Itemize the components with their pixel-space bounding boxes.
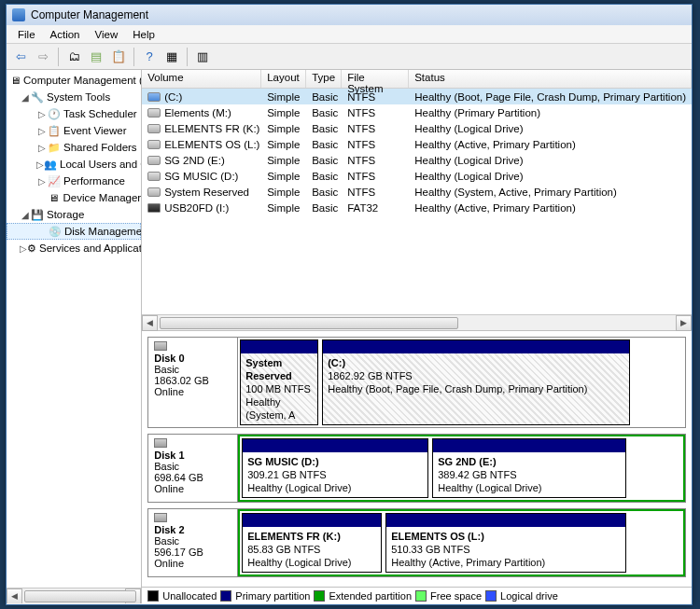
partition-body: ELEMENTS OS (L:)510.33 GB NTFSHealthy (A… <box>386 527 625 572</box>
event-icon: 📋 <box>48 124 61 137</box>
expand-icon[interactable]: ▷ <box>36 143 48 153</box>
drive-icon <box>147 108 161 118</box>
table-row[interactable]: Elements (M:)SimpleBasicNTFSHealthy (Pri… <box>142 104 692 120</box>
partition-band <box>241 340 317 353</box>
disk-row[interactable]: Disk 0Basic1863.02 GBOnlineSystem Reserv… <box>147 337 686 428</box>
table-header: Volume Layout Type File System Status <box>142 70 692 89</box>
col-type[interactable]: Type <box>306 70 342 88</box>
partition-body: System Reserved100 MB NTFSHealthy (Syste… <box>241 353 317 424</box>
table-row[interactable]: USB20FD (I:)SimpleBasicFAT32Healthy (Act… <box>142 200 692 215</box>
disk-icon <box>154 341 167 351</box>
scroll-right-button[interactable]: ▶ <box>676 315 692 331</box>
drive-icon <box>147 172 161 181</box>
table-row[interactable]: SG 2ND (E:)SimpleBasicNTFSHealthy (Logic… <box>142 152 692 168</box>
toolbar-separator <box>58 48 59 66</box>
action-button[interactable]: ▥ <box>192 47 213 67</box>
menu-view[interactable]: View <box>88 27 126 42</box>
tree-task-scheduler[interactable]: ▷ 🕐 Task Scheduler <box>7 105 141 122</box>
scroll-thumb[interactable] <box>24 590 136 602</box>
refresh-button[interactable]: 📋 <box>108 47 129 67</box>
scroll-thumb[interactable] <box>160 317 458 329</box>
partition-container: ELEMENTS FR (K:)85.83 GB NTFSHealthy (Lo… <box>238 509 685 576</box>
tree-system-tools[interactable]: ◢ 🔧 System Tools <box>7 89 141 105</box>
titlebar[interactable]: Computer Management <box>7 5 692 25</box>
disk-info[interactable]: Disk 0Basic1863.02 GBOnline <box>148 338 238 427</box>
expand-icon[interactable]: ▷ <box>36 159 44 170</box>
tree-hscrollbar[interactable]: ◀ ▶ <box>7 588 141 603</box>
tree-local-users[interactable]: ▷ 👥 Local Users and Groups <box>7 156 141 173</box>
users-icon: 👥 <box>44 158 57 171</box>
table-row[interactable]: ELEMENTS OS (L:)SimpleBasicNTFSHealthy (… <box>142 136 692 152</box>
disk-row[interactable]: Disk 1Basic698.64 GBOnlineSG MUSIC (D:)3… <box>147 434 686 503</box>
col-status[interactable]: Status <box>409 70 692 88</box>
expand-icon[interactable]: ▷ <box>36 126 48 136</box>
partition[interactable]: (C:)1862.92 GB NTFSHealthy (Boot, Page F… <box>322 339 630 425</box>
computer-icon: 🖥 <box>10 74 21 87</box>
toolbar: ⇦ ⇨ 🗂 ▤ 📋 ? ▦ ▥ <box>7 44 692 70</box>
storage-icon: 💾 <box>31 208 44 221</box>
drive-icon <box>147 187 161 197</box>
clock-icon: 🕐 <box>48 107 61 120</box>
disk-graphical-view: Disk 0Basic1863.02 GBOnlineSystem Reserv… <box>142 331 692 603</box>
table-hscrollbar[interactable]: ◀ ▶ <box>142 314 692 330</box>
expand-icon[interactable]: ▷ <box>36 109 48 119</box>
partition[interactable]: System Reserved100 MB NTFSHealthy (Syste… <box>240 339 318 425</box>
partition-body: SG 2ND (E:)389.42 GB NTFSHealthy (Logica… <box>433 452 625 497</box>
table-row[interactable]: ELEMENTS FR (K:)SimpleBasicNTFSHealthy (… <box>142 120 692 136</box>
tree-event-viewer[interactable]: ▷ 📋 Event Viewer <box>7 122 141 139</box>
tree-services[interactable]: ▷ ⚙ Services and Applications <box>7 240 141 256</box>
collapse-icon[interactable]: ◢ <box>20 92 31 103</box>
partition[interactable]: SG 2ND (E:)389.42 GB NTFSHealthy (Logica… <box>432 438 626 498</box>
partition-band <box>433 439 625 452</box>
toolbar-separator <box>133 48 134 66</box>
col-filesystem[interactable]: File System <box>342 70 409 88</box>
disk-info[interactable]: Disk 1Basic698.64 GBOnline <box>148 435 238 502</box>
partition-band <box>243 439 427 452</box>
table-row[interactable]: (C:)SimpleBasicNTFSHealthy (Boot, Page F… <box>142 89 692 104</box>
partition[interactable]: ELEMENTS OS (L:)510.33 GB NTFSHealthy (A… <box>385 513 626 573</box>
drive-icon <box>147 124 161 133</box>
expand-icon[interactable]: ▷ <box>20 243 27 254</box>
show-hide-tree-button[interactable]: 🗂 <box>63 47 84 67</box>
volume-table: Volume Layout Type File System Status (C… <box>142 70 692 331</box>
partition[interactable]: SG MUSIC (D:)309.21 GB NTFSHealthy (Logi… <box>242 438 428 498</box>
legend-primary-swatch <box>220 590 231 602</box>
col-layout[interactable]: Layout <box>261 70 306 88</box>
partition-band <box>243 514 381 527</box>
back-button[interactable]: ⇦ <box>10 47 31 67</box>
properties-button[interactable]: ▤ <box>86 47 106 67</box>
window-title: Computer Management <box>31 8 148 21</box>
table-row[interactable]: System ReservedSimpleBasicNTFSHealthy (S… <box>142 184 692 200</box>
computer-management-window: Computer Management File Action View Hel… <box>6 4 693 605</box>
legend-extended-label: Extended partition <box>329 590 412 602</box>
legend-primary-label: Primary partition <box>235 590 310 602</box>
partition-band <box>386 514 625 527</box>
forward-button[interactable]: ⇨ <box>33 47 53 67</box>
disk-info[interactable]: Disk 2Basic596.17 GBOnline <box>148 509 238 576</box>
partition[interactable]: ELEMENTS FR (K:)85.83 GB NTFSHealthy (Lo… <box>242 513 382 573</box>
partition-body: SG MUSIC (D:)309.21 GB NTFSHealthy (Logi… <box>243 452 427 497</box>
services-icon: ⚙ <box>27 242 36 255</box>
scroll-left-button[interactable]: ◀ <box>142 315 158 331</box>
collapse-icon[interactable]: ◢ <box>20 210 31 220</box>
tree-performance[interactable]: ▷ 📈 Performance <box>7 173 141 189</box>
expand-icon[interactable]: ▷ <box>36 176 48 187</box>
table-row[interactable]: SG MUSIC (D:)SimpleBasicNTFSHealthy (Log… <box>142 168 692 184</box>
menu-action[interactable]: Action <box>43 27 88 42</box>
folder-icon: 📁 <box>48 141 61 154</box>
tree-root[interactable]: 🖥 Computer Management (Local <box>7 72 141 89</box>
tree-shared-folders[interactable]: ▷ 📁 Shared Folders <box>7 139 141 156</box>
menu-file[interactable]: File <box>10 27 43 42</box>
tree-storage[interactable]: ◢ 💾 Storage <box>7 206 141 223</box>
nav-tree[interactable]: 🖥 Computer Management (Local ◢ 🔧 System … <box>7 70 142 603</box>
tree-device-manager[interactable]: 🖥 Device Manager <box>7 189 141 206</box>
menu-help[interactable]: Help <box>125 27 162 42</box>
tree-disk-management[interactable]: 💿 Disk Management <box>7 223 141 240</box>
col-volume[interactable]: Volume <box>142 70 261 88</box>
scroll-left-button[interactable]: ◀ <box>7 588 22 604</box>
partition-container: System Reserved100 MB NTFSHealthy (Syste… <box>238 338 685 427</box>
help-button[interactable]: ? <box>139 47 160 67</box>
settings-button[interactable]: ▦ <box>161 47 182 67</box>
disk-row[interactable]: Disk 2Basic596.17 GBOnlineELEMENTS FR (K… <box>147 508 686 577</box>
legend-unallocated-swatch <box>147 590 159 602</box>
